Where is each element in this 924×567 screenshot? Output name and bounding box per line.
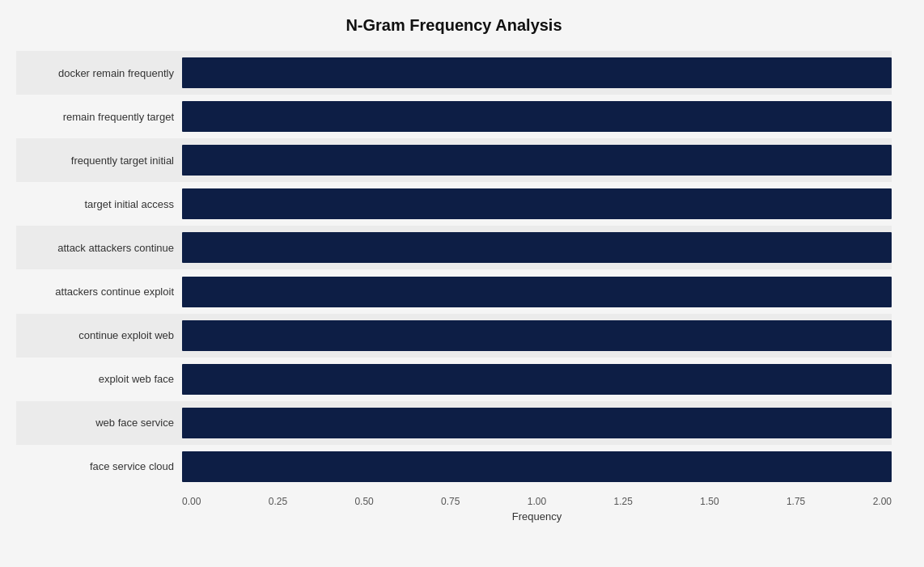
chart-title: N-Gram Frequency Analysis bbox=[16, 16, 892, 35]
bar-row: remain frequently target bbox=[16, 95, 892, 138]
x-tick-label: 1.50 bbox=[700, 496, 718, 507]
bar-track bbox=[182, 95, 892, 138]
bar-track bbox=[182, 358, 892, 401]
x-tick-label: 0.75 bbox=[441, 496, 460, 507]
bar-row: attack attackers continue bbox=[16, 226, 892, 269]
x-tick-label: 1.25 bbox=[614, 496, 633, 507]
bar-track bbox=[182, 182, 892, 226]
bar-track bbox=[182, 314, 892, 358]
bar-label: target initial access bbox=[16, 198, 182, 210]
bar-label: attackers continue exploit bbox=[16, 286, 182, 298]
bar-row: continue exploit web bbox=[16, 314, 892, 358]
bar-label: frequently target initial bbox=[16, 154, 182, 167]
x-tick-label: 0.50 bbox=[354, 496, 373, 507]
bar-label: docker remain frequently bbox=[16, 67, 182, 79]
x-tick-label: 0.00 bbox=[182, 496, 201, 507]
bar-track bbox=[182, 138, 892, 182]
x-tick-label: 2.00 bbox=[873, 496, 892, 507]
bar-track bbox=[182, 401, 892, 445]
bar-fill bbox=[182, 57, 892, 88]
bar-track bbox=[182, 226, 892, 269]
x-tick-label: 1.00 bbox=[528, 496, 546, 507]
bar-fill bbox=[182, 320, 892, 351]
bar-label: remain frequently target bbox=[16, 111, 182, 123]
bar-track bbox=[182, 51, 892, 95]
bar-label: continue exploit web bbox=[16, 329, 182, 341]
bar-label: web face service bbox=[16, 417, 182, 429]
bar-row: docker remain frequently bbox=[16, 51, 892, 95]
bar-fill bbox=[182, 451, 892, 482]
bar-track bbox=[182, 445, 892, 489]
bar-fill bbox=[182, 145, 892, 176]
x-ticks: 0.000.250.500.751.001.251.501.752.00 bbox=[182, 492, 892, 507]
bar-label: attack attackers continue bbox=[16, 242, 182, 254]
x-axis-label: Frequency bbox=[182, 510, 892, 523]
bar-row: attackers continue exploit bbox=[16, 269, 892, 313]
x-tick-label: 1.75 bbox=[786, 496, 805, 507]
bar-track bbox=[182, 269, 892, 313]
bar-fill bbox=[182, 277, 892, 307]
x-tick-label: 0.25 bbox=[269, 496, 287, 507]
bar-fill bbox=[182, 364, 892, 395]
bar-fill bbox=[182, 232, 892, 263]
bar-fill bbox=[182, 408, 892, 438]
bar-row: face service cloud bbox=[16, 445, 892, 489]
bar-row: exploit web face bbox=[16, 358, 892, 401]
x-axis-area: 0.000.250.500.751.001.251.501.752.00 Fre… bbox=[182, 492, 892, 523]
bar-label: exploit web face bbox=[16, 373, 182, 385]
chart-area: docker remain frequentlyremain frequentl… bbox=[16, 51, 892, 489]
bar-fill bbox=[182, 188, 892, 219]
bar-row: frequently target initial bbox=[16, 138, 892, 182]
bar-fill bbox=[182, 101, 892, 132]
bar-row: target initial access bbox=[16, 182, 892, 226]
bar-row: web face service bbox=[16, 401, 892, 445]
chart-container: N-Gram Frequency Analysis docker remain … bbox=[0, 0, 924, 567]
bar-label: face service cloud bbox=[16, 460, 182, 472]
